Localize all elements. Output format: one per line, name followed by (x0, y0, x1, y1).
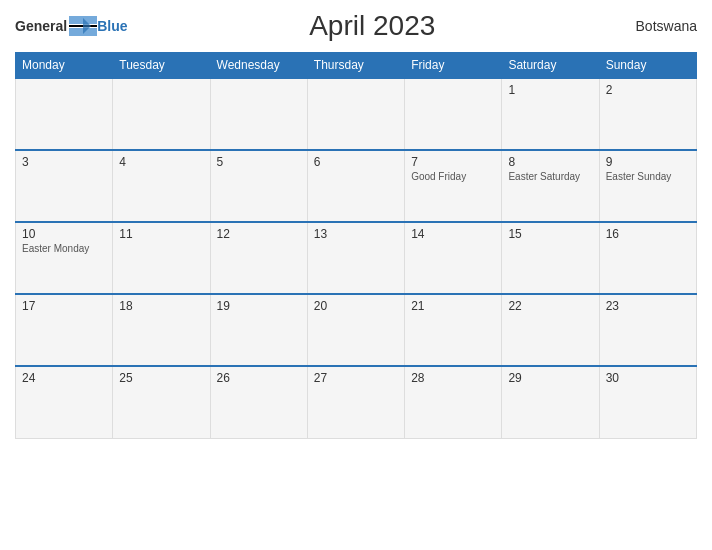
calendar-title: April 2023 (127, 10, 617, 42)
calendar-cell: 12 (210, 222, 307, 294)
calendar-cell: 7Good Friday (405, 150, 502, 222)
day-number: 16 (606, 227, 690, 241)
day-number: 11 (119, 227, 203, 241)
calendar-cell: 23 (599, 294, 696, 366)
week-row-2: 34567Good Friday8Easter Saturday9Easter … (16, 150, 697, 222)
col-header-sunday: Sunday (599, 53, 696, 79)
header: General Blue April 2023 Botswana (15, 10, 697, 42)
day-event: Easter Sunday (606, 171, 690, 182)
calendar-cell: 25 (113, 366, 210, 438)
day-number: 4 (119, 155, 203, 169)
day-number: 29 (508, 371, 592, 385)
day-event: Easter Monday (22, 243, 106, 254)
col-header-wednesday: Wednesday (210, 53, 307, 79)
logo-blue-text: Blue (97, 18, 127, 34)
day-event: Easter Saturday (508, 171, 592, 182)
day-number: 17 (22, 299, 106, 313)
week-row-5: 24252627282930 (16, 366, 697, 438)
col-header-tuesday: Tuesday (113, 53, 210, 79)
day-number: 5 (217, 155, 301, 169)
day-number: 1 (508, 83, 592, 97)
week-row-1: 12 (16, 78, 697, 150)
calendar-cell: 18 (113, 294, 210, 366)
calendar-cell: 6 (307, 150, 404, 222)
day-event: Good Friday (411, 171, 495, 182)
calendar-cell: 26 (210, 366, 307, 438)
calendar-cell: 24 (16, 366, 113, 438)
calendar-cell: 11 (113, 222, 210, 294)
calendar-cell: 22 (502, 294, 599, 366)
calendar-cell: 9Easter Sunday (599, 150, 696, 222)
day-number: 6 (314, 155, 398, 169)
calendar-cell: 29 (502, 366, 599, 438)
calendar-cell: 14 (405, 222, 502, 294)
day-number: 25 (119, 371, 203, 385)
day-number: 30 (606, 371, 690, 385)
day-number: 21 (411, 299, 495, 313)
calendar-cell: 19 (210, 294, 307, 366)
calendar-cell: 16 (599, 222, 696, 294)
day-number: 18 (119, 299, 203, 313)
calendar-cell: 21 (405, 294, 502, 366)
calendar-cell (210, 78, 307, 150)
day-number: 24 (22, 371, 106, 385)
calendar-cell: 27 (307, 366, 404, 438)
calendar-cell: 10Easter Monday (16, 222, 113, 294)
col-header-friday: Friday (405, 53, 502, 79)
day-number: 15 (508, 227, 592, 241)
calendar-cell: 28 (405, 366, 502, 438)
logo: General Blue (15, 16, 127, 36)
day-number: 22 (508, 299, 592, 313)
day-number: 9 (606, 155, 690, 169)
day-number: 20 (314, 299, 398, 313)
logo-flag-icon (69, 16, 97, 36)
logo-general-text: General (15, 18, 67, 34)
col-header-saturday: Saturday (502, 53, 599, 79)
calendar-cell: 1 (502, 78, 599, 150)
calendar-cell: 15 (502, 222, 599, 294)
calendar-cell (405, 78, 502, 150)
country-name: Botswana (617, 18, 697, 34)
calendar-cell: 2 (599, 78, 696, 150)
calendar-cell (16, 78, 113, 150)
calendar-cell: 20 (307, 294, 404, 366)
calendar-cell: 17 (16, 294, 113, 366)
day-number: 3 (22, 155, 106, 169)
day-number: 2 (606, 83, 690, 97)
calendar-header-row: MondayTuesdayWednesdayThursdayFridaySatu… (16, 53, 697, 79)
calendar-cell: 3 (16, 150, 113, 222)
day-number: 8 (508, 155, 592, 169)
calendar-cell: 13 (307, 222, 404, 294)
week-row-4: 17181920212223 (16, 294, 697, 366)
calendar-cell (307, 78, 404, 150)
day-number: 28 (411, 371, 495, 385)
col-header-monday: Monday (16, 53, 113, 79)
calendar-cell: 4 (113, 150, 210, 222)
day-number: 10 (22, 227, 106, 241)
day-number: 23 (606, 299, 690, 313)
day-number: 19 (217, 299, 301, 313)
page: General Blue April 2023 Botswana MondayT… (0, 0, 712, 550)
calendar-cell: 8Easter Saturday (502, 150, 599, 222)
col-header-thursday: Thursday (307, 53, 404, 79)
day-number: 13 (314, 227, 398, 241)
day-number: 7 (411, 155, 495, 169)
day-number: 26 (217, 371, 301, 385)
calendar-cell: 5 (210, 150, 307, 222)
calendar-cell (113, 78, 210, 150)
week-row-3: 10Easter Monday111213141516 (16, 222, 697, 294)
calendar-table: MondayTuesdayWednesdayThursdayFridaySatu… (15, 52, 697, 439)
day-number: 27 (314, 371, 398, 385)
day-number: 12 (217, 227, 301, 241)
calendar-cell: 30 (599, 366, 696, 438)
day-number: 14 (411, 227, 495, 241)
